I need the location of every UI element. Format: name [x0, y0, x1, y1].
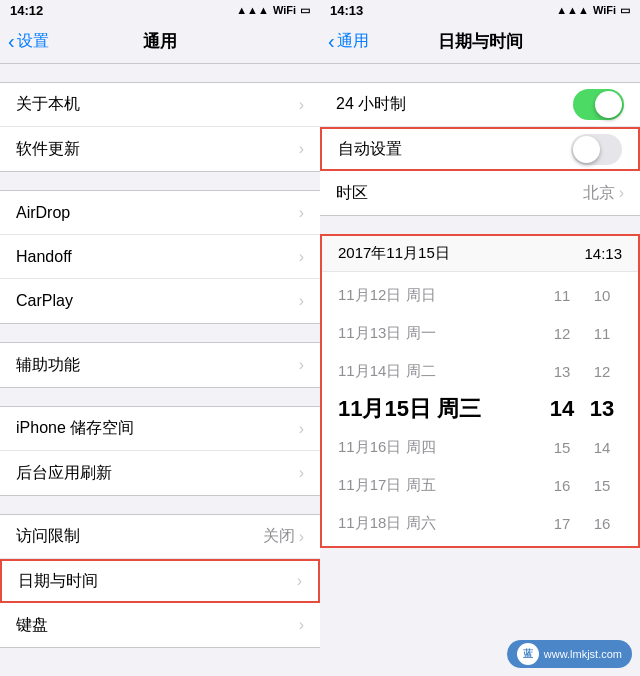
picker-m: 13 [582, 396, 622, 422]
picker-date-col: 11月16日 周四 [338, 438, 542, 457]
toggle-knob [595, 91, 622, 118]
picker-row-current: 11月15日 周三 14 13 [322, 390, 638, 428]
battery-icon: ▭ [300, 4, 310, 17]
date-picker-header: 2017年11月15日 14:13 [322, 236, 638, 272]
chevron-icon: › [299, 248, 304, 266]
handoff-item[interactable]: Handoff › [0, 235, 320, 279]
storage-item[interactable]: iPhone 储存空间 › [0, 407, 320, 451]
picker-h: 11 [542, 287, 582, 304]
picker-m: 10 [582, 287, 622, 304]
picker-m: 11 [582, 325, 622, 342]
restrictions-item[interactable]: 访问限制 关闭 › [0, 515, 320, 559]
date-picker-rows: 11月12日 周日 11 10 11月13日 周一 12 11 11月14日 周… [322, 272, 638, 546]
right-nav-title: 日期与时间 [438, 30, 523, 53]
airdrop-label: AirDrop [16, 204, 70, 222]
picker-date-col: 11月13日 周一 [338, 324, 542, 343]
left-nav-back[interactable]: ‹ 设置 [8, 31, 49, 53]
left-nav-bar: ‹ 设置 通用 [0, 20, 320, 64]
chevron-icon: › [299, 528, 304, 546]
picker-m: 12 [582, 363, 622, 380]
picker-h: 17 [542, 515, 582, 532]
chevron-icon: › [299, 292, 304, 310]
picker-m: 14 [582, 439, 622, 456]
picker-row-3: 11月14日 周二 13 12 [322, 352, 638, 390]
24h-item[interactable]: 24 小时制 [320, 83, 640, 127]
settings-group-5: 访问限制 关闭 › 日期与时间 › 键盘 › [0, 514, 320, 648]
24h-label: 24 小时制 [336, 94, 406, 115]
picker-time: 14:13 [584, 245, 622, 262]
chevron-icon: › [299, 356, 304, 374]
picker-date-col: 11月18日 周六 [338, 514, 542, 533]
left-nav-title: 通用 [143, 30, 177, 53]
watermark-logo: 蓝 [517, 643, 539, 665]
storage-label: iPhone 储存空间 [16, 418, 134, 439]
background-refresh-label: 后台应用刷新 [16, 463, 112, 484]
datetime-label: 日期与时间 [18, 571, 98, 592]
software-update-item[interactable]: 软件更新 › [0, 127, 320, 171]
back-chevron-icon: ‹ [8, 30, 15, 53]
right-time: 14:13 [330, 3, 363, 18]
signal-icon: ▲▲▲ [556, 4, 589, 16]
date-picker[interactable]: 2017年11月15日 14:13 11月12日 周日 11 10 11月13日… [320, 234, 640, 548]
auto-set-label: 自动设置 [338, 139, 402, 160]
picker-h: 13 [542, 363, 582, 380]
settings-group-1: 关于本机 › 软件更新 › [0, 82, 320, 172]
background-refresh-item[interactable]: 后台应用刷新 › [0, 451, 320, 495]
watermark: 蓝 www.lmkjst.com [507, 640, 632, 668]
right-settings-group: 24 小时制 自动设置 时区 北京 › [320, 82, 640, 216]
picker-row-1: 11月12日 周日 11 10 [322, 276, 638, 314]
right-nav-bar: ‹ 通用 日期与时间 [320, 20, 640, 64]
toggle-knob [573, 136, 600, 163]
carplay-label: CarPlay [16, 292, 73, 310]
right-back-label: 通用 [337, 31, 369, 52]
picker-date-col: 11月14日 周二 [338, 362, 542, 381]
auto-set-toggle[interactable] [571, 134, 622, 165]
airdrop-item[interactable]: AirDrop › [0, 191, 320, 235]
picker-m: 16 [582, 515, 622, 532]
auto-set-item[interactable]: 自动设置 [320, 127, 640, 171]
picker-date: 2017年11月15日 [338, 244, 450, 263]
picker-date-col: 11月15日 周三 [338, 394, 542, 424]
datetime-item[interactable]: 日期与时间 › [0, 559, 320, 603]
left-panel: 14:12 ▲▲▲ WiFi ▭ ‹ 设置 通用 关于本机 › 软件更新 [0, 0, 320, 676]
chevron-icon: › [299, 204, 304, 222]
keyboard-item[interactable]: 键盘 › [0, 603, 320, 647]
timezone-value: 北京 [583, 183, 615, 204]
left-back-label: 设置 [17, 31, 49, 52]
wifi-icon: WiFi [273, 4, 296, 16]
picker-row-5: 11月16日 周四 15 14 [322, 428, 638, 466]
watermark-text: www.lmkjst.com [544, 648, 622, 660]
right-panel: 14:13 ▲▲▲ WiFi ▭ ‹ 通用 日期与时间 24 小时制 自动设置 [320, 0, 640, 676]
carplay-item[interactable]: CarPlay › [0, 279, 320, 323]
right-nav-back[interactable]: ‹ 通用 [328, 31, 369, 53]
settings-group-2: AirDrop › Handoff › CarPlay › [0, 190, 320, 324]
chevron-icon: › [299, 616, 304, 634]
picker-row-2: 11月13日 周一 12 11 [322, 314, 638, 352]
chevron-icon: › [299, 140, 304, 158]
accessibility-label: 辅助功能 [16, 355, 80, 376]
24h-toggle[interactable] [573, 89, 624, 120]
right-status-icons: ▲▲▲ WiFi ▭ [556, 4, 630, 17]
signal-icon: ▲▲▲ [236, 4, 269, 16]
about-label: 关于本机 [16, 94, 80, 115]
timezone-item[interactable]: 时区 北京 › [320, 171, 640, 215]
chevron-icon: › [299, 96, 304, 114]
settings-group-3: 辅助功能 › [0, 342, 320, 388]
restrictions-label: 访问限制 [16, 526, 80, 547]
picker-date-col: 11月12日 周日 [338, 286, 542, 305]
accessibility-item[interactable]: 辅助功能 › [0, 343, 320, 387]
left-status-icons: ▲▲▲ WiFi ▭ [236, 4, 310, 17]
chevron-icon: › [297, 572, 302, 590]
picker-m: 15 [582, 477, 622, 494]
left-settings-list: 关于本机 › 软件更新 › AirDrop › [0, 64, 320, 676]
left-status-bar: 14:12 ▲▲▲ WiFi ▭ [0, 0, 320, 20]
right-status-bar: 14:13 ▲▲▲ WiFi ▭ [320, 0, 640, 20]
back-chevron-icon: ‹ [328, 30, 335, 53]
about-item[interactable]: 关于本机 › [0, 83, 320, 127]
chevron-icon: › [299, 464, 304, 482]
picker-row-6: 11月17日 周五 16 15 [322, 466, 638, 504]
keyboard-label: 键盘 [16, 615, 48, 636]
software-update-label: 软件更新 [16, 139, 80, 160]
handoff-label: Handoff [16, 248, 72, 266]
battery-icon: ▭ [620, 4, 630, 17]
